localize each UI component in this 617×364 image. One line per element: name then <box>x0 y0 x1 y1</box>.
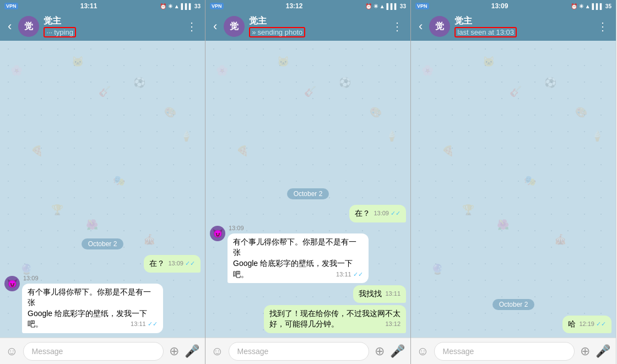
emoji-button-2[interactable]: ☺ <box>211 344 223 358</box>
received-avatar-2: 😈 <box>210 226 225 241</box>
msg-time-1: 13:09 ✓✓ <box>168 259 195 268</box>
date-label-1: October 2 <box>82 238 124 249</box>
sent-msg-2b: 我找找13:11 <box>353 285 406 303</box>
status-bar-left-2: VPN <box>210 3 224 9</box>
input-bar-1: ☺ Message ⊕ 🎤 <box>0 338 205 364</box>
signal-icon-1: ▌▌▌ <box>181 3 193 9</box>
status-indicator-2: » sending photo <box>249 27 385 37</box>
wifi-icon-2: ▲ <box>380 3 385 9</box>
typing-dots-icon-1: ··· <box>46 28 52 36</box>
sent-msg-1: 在？13:09 ✓✓ <box>144 255 201 273</box>
message-placeholder-1: Message <box>31 347 63 356</box>
avatar-2: 觉 <box>224 16 245 37</box>
received-msg-1: 有个事儿得你帮下。你那是不是有一张Google 给底彩字的壁纸，发我一下吧。 1… <box>22 284 163 333</box>
status-bar-left-3: VPN <box>415 3 429 9</box>
header-info-1: 觉主 ··· typing <box>44 15 180 37</box>
back-button-1[interactable]: ‹ <box>6 18 14 35</box>
header-info-3: 觉主 last seen at 13:03 <box>454 15 591 37</box>
status-time-2: 13:12 <box>286 2 303 10</box>
vpn-badge-3: VPN <box>415 3 429 9</box>
received-row-1: 😈 13:09 有个事儿得你帮下。你那是不是有一张Google 给底彩字的壁纸，… <box>4 275 201 333</box>
msg-time-2c: 13:11 <box>385 290 400 298</box>
received-avatar-1: 😈 <box>4 276 20 291</box>
vpn-badge-1: VPN <box>4 3 18 9</box>
battery-1: 33 <box>194 3 201 9</box>
received-row-2: 😈 13:09 有个事儿得你帮下。你那是不是有一张Google 给底彩字的壁纸，… <box>210 225 406 283</box>
msg-time-2d: 13:12 <box>385 320 400 328</box>
contact-name-2: 觉主 <box>249 15 385 27</box>
status-bar-right-1: ⏰ ✳ ▲ ▌▌▌ 33 <box>160 3 201 9</box>
clock-icon-1: ⏰ <box>160 3 166 9</box>
phone-panel-1: VPN 13:11 ⏰ ✳ ▲ ▌▌▌ 33 ‹ 觉 觉主 ··· typing… <box>0 0 205 364</box>
avatar-1: 觉 <box>18 16 39 37</box>
emoji-button-3[interactable]: ☺ <box>416 344 429 358</box>
chat-header-2: ‹ 觉 觉主 » sending photo ⋮ <box>205 12 410 41</box>
received-msg-2: 有个事儿得你帮下。你那是不是有一张Google 给底彩字的壁纸，发我一下吧。 1… <box>228 233 369 283</box>
emoji-button-1[interactable]: ☺ <box>6 344 18 358</box>
battery-2: 33 <box>400 3 406 9</box>
attach-button-1[interactable]: ⊕ <box>169 344 179 358</box>
battery-3: 35 <box>605 3 611 9</box>
vpn-badge-2: VPN <box>210 3 224 9</box>
sending-icon-2: » <box>252 28 256 36</box>
input-bar-3: ☺ Message ⊕ 🎤 <box>411 338 616 364</box>
phone-panel-2: VPN 13:12 ⏰ ✳ ▲ ▌▌▌ 33 ‹ 觉 觉主 » sending … <box>205 0 411 364</box>
status-bar-left-1: VPN <box>4 3 18 9</box>
status-time-3: 13:09 <box>491 2 508 10</box>
message-input-3[interactable]: Message <box>434 342 575 361</box>
status-bar-2: VPN 13:12 ⏰ ✳ ▲ ▌▌▌ 33 <box>205 0 410 12</box>
chat-body-2: 🌸 🐱 ⚽ 🎨 🍕 🎸 🍦 October 2 在？13:09 ✓✓ 😈 13:… <box>205 41 410 338</box>
status-bar-right-2: ⏰ ✳ ▲ ▌▌▌ 33 <box>365 3 406 9</box>
message-placeholder-2: Message <box>237 347 268 356</box>
status-time-1: 13:11 <box>80 2 98 10</box>
signal-icon-2: ▌▌▌ <box>387 3 398 9</box>
status-indicator-3: last seen at 13:03 <box>454 27 591 37</box>
wifi-icon-3: ▲ <box>585 3 591 9</box>
status-indicator-1: ··· typing <box>44 27 180 37</box>
message-input-2[interactable]: Message <box>229 342 369 361</box>
received-time-2: 13:09 <box>228 225 404 231</box>
chat-header-3: ‹ 觉 觉主 last seen at 13:03 ⋮ <box>411 12 616 41</box>
chat-header-1: ‹ 觉 觉主 ··· typing ⋮ <box>0 12 205 41</box>
message-input-1[interactable]: Message <box>23 342 164 361</box>
contact-name-3: 觉主 <box>454 15 591 27</box>
clock-icon-3: ⏰ <box>571 3 577 9</box>
sent-msg-2a: 在？13:09 ✓✓ <box>349 205 406 222</box>
status-bar-right-3: ⏰ ✳ ▲ ▌▌▌ 35 <box>571 3 611 9</box>
typing-status-1: ··· typing <box>44 27 76 37</box>
clock-icon-2: ⏰ <box>365 3 372 9</box>
signal-icon-3: ▌▌▌ <box>592 3 604 9</box>
last-seen-status-3: last seen at 13:03 <box>454 27 517 37</box>
date-label-2: October 2 <box>287 188 329 199</box>
attach-button-2[interactable]: ⊕ <box>375 344 385 358</box>
status-bar-3: VPN 13:09 ⏰ ✳ ▲ ▌▌▌ 35 <box>411 0 616 12</box>
bg-decorations-3: 🌸 🐱 ⚽ 🎨 🍕 🎭 🏆 🎪 🔮 🎸 🍦 🌺 <box>411 41 616 338</box>
contact-name-1: 觉主 <box>44 15 180 27</box>
header-info-2: 觉主 » sending photo <box>249 15 385 37</box>
msg-time-2a: 13:09 ✓✓ <box>374 209 400 218</box>
mic-button-1[interactable]: 🎤 <box>185 344 199 358</box>
msg-time-3: 12:19 ✓✓ <box>579 320 606 328</box>
received-time-1: 13:09 <box>22 275 198 281</box>
more-button-2[interactable]: ⋮ <box>389 18 405 35</box>
back-button-2[interactable]: ‹ <box>211 18 219 35</box>
wifi-icon-1: ▲ <box>174 3 180 9</box>
chat-body-3: 🌸 🐱 ⚽ 🎨 🍕 🎭 🏆 🎪 🔮 🎸 🍦 🌺 October 2 哈12:19… <box>411 41 616 338</box>
bluetooth-icon-3: ✳ <box>579 3 583 9</box>
msg-time-2b: 13:11 ✓✓ <box>336 270 363 279</box>
more-button-3[interactable]: ⋮ <box>595 18 610 35</box>
status-bar-1: VPN 13:11 ⏰ ✳ ▲ ▌▌▌ 33 <box>0 0 205 12</box>
sent-msg-2c: 找到了！现在给你传，不过我这网不太好，可能得几分钟。 13:12 <box>264 305 406 333</box>
bluetooth-icon-2: ✳ <box>374 3 378 9</box>
back-button-3[interactable]: ‹ <box>416 18 425 35</box>
avatar-3: 觉 <box>429 16 450 37</box>
mic-button-3[interactable]: 🎤 <box>596 344 610 358</box>
attach-button-3[interactable]: ⊕ <box>580 344 590 358</box>
input-bar-2: ☺ Message ⊕ 🎤 <box>205 338 410 364</box>
more-button-1[interactable]: ⋮ <box>184 18 199 35</box>
chat-body-1: 🌸 🐱 ⚽ 🎨 🍕 🎭 🏆 🎪 🔮 🎸 🍦 🌺 October 2 在？13:0… <box>0 41 205 338</box>
sent-msg-3: 哈12:19 ✓✓ <box>562 316 611 333</box>
msg-time-2: 13:11 ✓✓ <box>131 320 158 328</box>
sending-status-2: » sending photo <box>249 27 305 37</box>
mic-button-2[interactable]: 🎤 <box>390 344 405 358</box>
